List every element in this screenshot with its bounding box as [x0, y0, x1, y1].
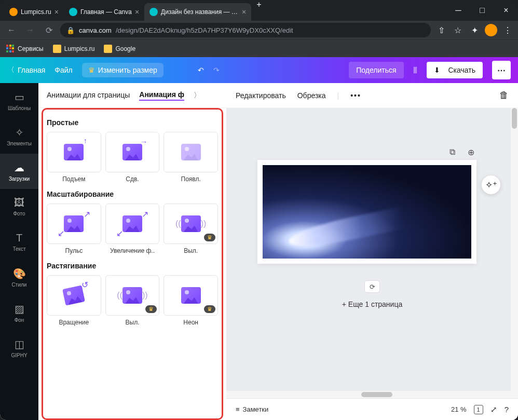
home-button[interactable]: 〈Главная: [7, 65, 45, 75]
anim-thumb: (())♛: [105, 275, 160, 316]
trash-icon[interactable]: 🗑: [499, 90, 509, 101]
comet-graphic: [287, 202, 425, 253]
photo-icon: 🖼: [14, 197, 24, 209]
browser-tabs: Lumpics.ru × Главная — Canva × Дизайн бе…: [0, 0, 446, 21]
browser-tab-0[interactable]: Lumpics.ru ×: [4, 3, 64, 21]
giphy-icon: ◫: [15, 338, 24, 350]
resize-button[interactable]: ♛Изменить размер: [82, 63, 163, 77]
anim-fade[interactable]: Появл.: [163, 132, 218, 183]
horizontal-scrollbar[interactable]: [226, 391, 518, 398]
new-tab-button[interactable]: +: [251, 0, 266, 21]
add-page-icon[interactable]: ⊕: [464, 145, 478, 159]
rail-styles[interactable]: 🎨Стили: [0, 260, 38, 295]
anim-zoom[interactable]: ↗↙Увеличение ф..: [105, 204, 160, 254]
forward-button[interactable]: →: [23, 23, 37, 37]
tab-photo-animations[interactable]: Анимация ф: [139, 90, 184, 101]
page-count-value: 1: [474, 405, 483, 414]
chevron-right-icon[interactable]: 〉: [194, 91, 201, 100]
tab-page-animations[interactable]: Анимации для страницы: [47, 91, 130, 100]
extensions-icon[interactable]: ✦: [468, 25, 481, 35]
anim-pan[interactable]: →Сдв.: [105, 132, 160, 183]
rail-background[interactable]: ▨Фон: [0, 295, 38, 330]
address-bar[interactable]: 🔒 canva.com/design/DAE2dAOknug/h5zDA7HP3…: [60, 23, 431, 37]
minimize-button[interactable]: ─: [446, 0, 470, 21]
cloud-icon: ☁: [14, 161, 24, 174]
rail-uploads[interactable]: ☁Загрузки: [0, 154, 38, 189]
zoom-level[interactable]: 21 %: [451, 405, 467, 413]
edit-button[interactable]: Редактировать: [236, 91, 286, 100]
crown-icon: ♛: [204, 234, 215, 241]
add-page-link[interactable]: + Еще 1 страница: [226, 300, 518, 308]
maximize-button[interactable]: □: [470, 0, 494, 21]
more-options-button[interactable]: •••: [350, 91, 361, 100]
rail-elements[interactable]: ✧Элементы: [0, 118, 38, 154]
section-title: Растягивание: [47, 262, 218, 270]
section-title: Масштабирование: [47, 190, 218, 198]
scrollbar-thumb[interactable]: [512, 108, 517, 129]
stats-button[interactable]: ⫴: [413, 65, 417, 76]
page-count[interactable]: 1: [474, 405, 483, 414]
resize-label: Изменить размер: [98, 66, 157, 74]
bookmark-apps[interactable]: Сервисы: [6, 45, 44, 53]
rail-giphy[interactable]: ◫GIPHY: [0, 330, 38, 365]
rail-text[interactable]: TТекст: [0, 224, 38, 260]
anim-pulse[interactable]: ↗↙Пульс: [47, 204, 101, 254]
close-icon[interactable]: ×: [242, 8, 246, 16]
back-button[interactable]: ←: [4, 23, 19, 37]
scrollbar-thumb[interactable]: [361, 392, 392, 397]
menu-icon[interactable]: ⋮: [501, 25, 514, 35]
rail-label: Стили: [12, 282, 27, 288]
browser-tab-1[interactable]: Главная — Canva ×: [64, 3, 144, 21]
sync-button[interactable]: ⟳: [364, 280, 380, 293]
help-icon[interactable]: ?: [505, 405, 509, 414]
star-icon[interactable]: ☆: [452, 25, 464, 35]
bookmark-lumpics[interactable]: Lumpics.ru: [53, 45, 95, 53]
anim-wipe[interactable]: (())♛Выл.: [163, 204, 218, 254]
share-icon[interactable]: ⇧: [435, 25, 447, 35]
rail-templates[interactable]: ▭Шаблоны: [0, 83, 38, 118]
bookmark-label: Lumpics.ru: [64, 45, 95, 52]
close-icon[interactable]: ×: [54, 8, 59, 16]
crop-button[interactable]: Обрезка: [297, 91, 326, 100]
bookmarks-bar: Сервисы Lumpics.ru Google: [0, 39, 518, 57]
canva-header: 〈Главная Файл ♛Изменить размер ↶ ↷ Подел…: [0, 57, 518, 83]
page-image[interactable]: [263, 165, 471, 259]
notes-button[interactable]: ≡Заметки: [236, 405, 268, 413]
undo-button[interactable]: ↶: [198, 66, 204, 74]
browser-tab-2[interactable]: Дизайн без названия — 1920 ×: [144, 3, 251, 21]
anim-thumb: ↑: [47, 132, 101, 172]
main-area: ▭Шаблоны ✧Элементы ☁Загрузки 🖼Фото TТекс…: [0, 83, 518, 420]
anim-neon[interactable]: ♛Неон: [163, 275, 218, 326]
undo-icon: ↶: [198, 66, 204, 74]
arrow-right-icon: →: [140, 138, 147, 146]
rail-label: Текст: [12, 246, 25, 252]
favicon: [69, 8, 77, 16]
elements-icon: ✧: [15, 126, 24, 139]
crown-icon: ♛: [204, 305, 215, 313]
fullscreen-icon[interactable]: ⤢: [490, 405, 497, 414]
magic-comment-button[interactable]: ✧⁺: [482, 175, 500, 194]
anim-rotate[interactable]: ↺Вращение: [47, 275, 101, 326]
rail-photos[interactable]: 🖼Фото: [0, 189, 38, 224]
reload-button[interactable]: ⟳: [42, 23, 56, 37]
close-window-button[interactable]: ×: [494, 0, 518, 21]
file-menu[interactable]: Файл: [54, 66, 72, 74]
anim-off[interactable]: (())♛Выл.: [105, 275, 160, 326]
share-button[interactable]: Поделиться: [349, 62, 403, 78]
page-card[interactable]: [257, 160, 476, 264]
anim-rise[interactable]: ↑Подъем: [47, 132, 101, 183]
download-button[interactable]: ⬇ Скачать: [427, 62, 483, 78]
vertical-scrollbar[interactable]: [511, 108, 518, 391]
redo-button[interactable]: ↷: [213, 66, 220, 74]
palette-icon: 🎨: [13, 267, 26, 280]
canvas-viewport[interactable]: ⧉ ⊕ ✧⁺ ⟳ + Еще 1 страница: [226, 108, 518, 398]
close-icon[interactable]: ×: [135, 8, 139, 16]
crown-icon: ♛: [88, 66, 95, 74]
profile-avatar[interactable]: [485, 24, 497, 36]
anim-thumb: [163, 132, 218, 172]
duplicate-page-icon[interactable]: ⧉: [445, 145, 459, 159]
more-button[interactable]: ⋯: [492, 61, 511, 79]
rail-label: Фон: [15, 317, 24, 323]
bookmark-google[interactable]: Google: [104, 45, 135, 53]
background-icon: ▨: [15, 303, 24, 315]
